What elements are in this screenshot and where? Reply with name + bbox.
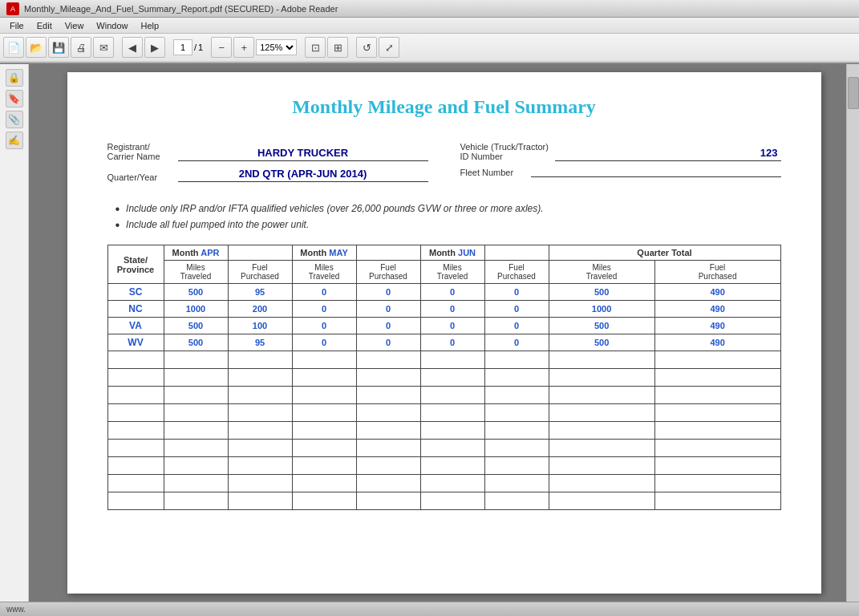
bullet-section: • Include only IRP and/or IFTA qualified… xyxy=(107,203,781,232)
title-bar: A Monthly_Mileage_And_Fuel_Summary_Repor… xyxy=(0,0,859,18)
month-jun-miles-header: Month JUN xyxy=(420,245,484,261)
may-fuel-cell: 0 xyxy=(356,334,420,351)
may-miles-cell: 0 xyxy=(292,318,356,334)
pdf-page: Monthly Mileage and Fuel Summary Registr… xyxy=(67,72,821,594)
form-section: Registrant/ Carrier Name HARDY TRUCKER Q… xyxy=(107,142,781,188)
page-separator: / xyxy=(194,43,197,52)
page-input[interactable]: 1 xyxy=(173,39,192,55)
quarter-label: Quarter/Year xyxy=(107,172,172,182)
may-fuel-cell: 0 xyxy=(356,284,420,301)
registrant-label: Registrant/ Carrier Name xyxy=(107,142,172,161)
apr-fuel-subheader: FuelPurchased xyxy=(228,261,292,284)
state-province-header: State/ Province xyxy=(107,245,164,284)
qt-fuel-cell: 490 xyxy=(654,318,780,334)
print-button[interactable]: 🖨 xyxy=(71,37,91,58)
report-title: Monthly Mileage and Fuel Summary xyxy=(107,96,781,118)
forward-button[interactable]: ▶ xyxy=(144,37,165,58)
menu-window[interactable]: Window xyxy=(90,19,134,32)
bullet-item-2: • Include all fuel pumped into the power… xyxy=(115,219,781,232)
menu-edit[interactable]: Edit xyxy=(30,19,59,32)
empty-row xyxy=(107,457,780,475)
fullscreen-button[interactable]: ⤢ xyxy=(379,37,399,58)
may-fuel-subheader: FuelPurchased xyxy=(356,261,420,284)
bullet-dot-1: • xyxy=(115,203,120,216)
apr-miles-cell: 500 xyxy=(164,284,228,301)
scrollbar-thumb[interactable] xyxy=(848,77,859,109)
quarter-value: 2ND QTR (APR-JUN 2014) xyxy=(178,168,428,182)
clip-icon[interactable]: 📎 xyxy=(6,111,23,128)
back-button[interactable]: ◀ xyxy=(122,37,143,58)
apr-fuel-cell: 95 xyxy=(228,334,292,351)
empty-row xyxy=(107,440,780,457)
jun-fuel-cell: 0 xyxy=(484,334,549,351)
registrant-row: Registrant/ Carrier Name HARDY TRUCKER xyxy=(107,142,428,161)
qt-fuel-cell: 490 xyxy=(654,284,780,301)
qt-miles-cell: 500 xyxy=(549,318,654,334)
jun-fuel-cell: 0 xyxy=(484,284,549,301)
toolbar: 📄 📂 💾 🖨 ✉ ◀ ▶ 1 / 1 − + 125% 75% 100% 15… xyxy=(0,34,859,63)
bookmark-icon[interactable]: 🔖 xyxy=(6,90,23,107)
window-title: Monthly_Mileage_And_Fuel_Summary_Report.… xyxy=(24,4,338,14)
apr-fuel-cell: 95 xyxy=(228,284,292,301)
menu-help[interactable]: Help xyxy=(134,19,165,32)
sign-icon[interactable]: ✍ xyxy=(6,132,23,149)
may-miles-cell: 0 xyxy=(292,284,356,301)
quarter-total-header: Quarter Total xyxy=(549,245,780,261)
qt-miles-subheader: MilesTraveled xyxy=(549,261,654,284)
save-button[interactable]: 💾 xyxy=(48,37,69,58)
qt-miles-cell: 1000 xyxy=(549,301,654,318)
zoom-in-button[interactable]: + xyxy=(233,37,254,58)
menu-view[interactable]: View xyxy=(59,19,91,32)
email-button[interactable]: ✉ xyxy=(93,37,114,58)
zoom-select[interactable]: 125% 75% 100% 150% 200% xyxy=(256,39,297,55)
may-miles-subheader: MilesTraveled xyxy=(292,261,356,284)
fleet-row: Fleet Number xyxy=(460,168,781,177)
month-may-fuel-header xyxy=(356,245,420,261)
empty-row xyxy=(107,369,780,387)
empty-row xyxy=(107,492,780,510)
empty-row xyxy=(107,475,780,492)
vehicle-label: Vehicle (Truck/Tractor) ID Number xyxy=(460,142,549,161)
rotate-button[interactable]: ↺ xyxy=(356,37,377,58)
jun-miles-cell: 0 xyxy=(420,301,484,318)
empty-row xyxy=(107,351,780,369)
lock-icon: 🔒 xyxy=(6,69,23,87)
bullet-dot-2: • xyxy=(115,219,120,232)
qt-fuel-subheader: FuelPurchased xyxy=(654,261,780,284)
table-row: NC 1000 200 0 0 0 0 1000 490 xyxy=(107,301,780,318)
month-apr-miles-header: Month APR xyxy=(164,245,228,261)
apr-miles-subheader: MilesTraveled xyxy=(164,261,228,284)
may-miles-cell: 0 xyxy=(292,334,356,351)
app-icon: A xyxy=(6,2,19,15)
bullet-item-1: • Include only IRP and/or IFTA qualified… xyxy=(115,203,781,216)
qt-fuel-cell: 490 xyxy=(654,301,780,318)
fleet-value xyxy=(531,175,781,177)
scrollbar[interactable] xyxy=(846,64,859,602)
jun-fuel-cell: 0 xyxy=(484,318,549,334)
bullet-text-2: Include all fuel pumped into the power u… xyxy=(126,219,309,230)
apr-fuel-cell: 200 xyxy=(228,301,292,318)
mileage-table: State/ Province Month APR Month MAY Mont… xyxy=(107,245,781,510)
qt-miles-cell: 500 xyxy=(549,284,654,301)
quarter-row: Quarter/Year 2ND QTR (APR-JUN 2014) xyxy=(107,168,428,182)
state-cell: NC xyxy=(107,301,164,318)
left-panel: 🔒 🔖 📎 ✍ xyxy=(0,64,29,602)
state-cell: WV xyxy=(107,334,164,351)
fleet-label: Fleet Number xyxy=(460,168,525,177)
empty-row xyxy=(107,404,780,422)
jun-miles-cell: 0 xyxy=(420,318,484,334)
zoom-out-button[interactable]: − xyxy=(211,37,232,58)
apr-miles-cell: 1000 xyxy=(164,301,228,318)
bullet-text-1: Include only IRP and/or IFTA qualified v… xyxy=(126,203,543,214)
qt-fuel-cell: 490 xyxy=(654,334,780,351)
may-miles-cell: 0 xyxy=(292,301,356,318)
menu-file[interactable]: File xyxy=(3,19,30,32)
jun-miles-cell: 0 xyxy=(420,334,484,351)
menu-bar: File Edit View Window Help xyxy=(0,18,859,34)
month-jun-fuel-header xyxy=(484,245,549,261)
page-total: 1 xyxy=(198,43,203,52)
open-button[interactable]: 📂 xyxy=(26,37,47,58)
new-button[interactable]: 📄 xyxy=(3,37,24,58)
fit-width-button[interactable]: ⊞ xyxy=(327,37,348,58)
fit-page-button[interactable]: ⊡ xyxy=(305,37,326,58)
